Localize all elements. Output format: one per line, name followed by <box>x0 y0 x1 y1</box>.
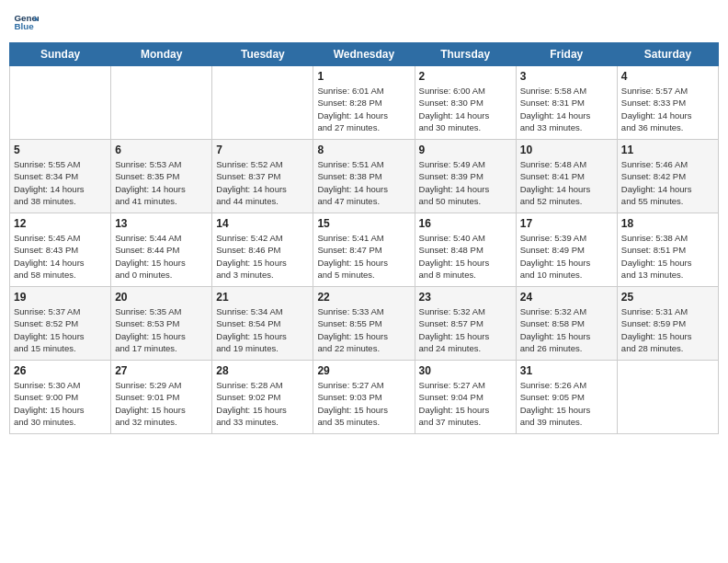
day-cell: 9Sunrise: 5:49 AM Sunset: 8:39 PM Daylig… <box>415 140 516 213</box>
day-cell: 21Sunrise: 5:34 AM Sunset: 8:54 PM Dayli… <box>212 287 313 361</box>
day-number: 24 <box>520 291 613 304</box>
week-row-5: 26Sunrise: 5:30 AM Sunset: 9:00 PM Dayli… <box>10 361 719 434</box>
day-cell: 17Sunrise: 5:39 AM Sunset: 8:49 PM Dayli… <box>516 213 617 287</box>
day-info: Sunrise: 5:46 AM Sunset: 8:42 PM Dayligh… <box>621 158 714 207</box>
day-cell: 25Sunrise: 5:31 AM Sunset: 8:59 PM Dayli… <box>617 287 718 361</box>
day-info: Sunrise: 5:26 AM Sunset: 9:05 PM Dayligh… <box>520 379 613 428</box>
day-info: Sunrise: 5:55 AM Sunset: 8:34 PM Dayligh… <box>14 158 107 207</box>
day-number: 27 <box>115 364 208 377</box>
calendar-header: SundayMondayTuesdayWednesdayThursdayFrid… <box>10 43 719 66</box>
day-number: 17 <box>520 217 613 230</box>
day-number: 7 <box>216 144 309 156</box>
day-cell: 2Sunrise: 6:00 AM Sunset: 8:30 PM Daylig… <box>415 66 516 140</box>
day-number: 14 <box>216 217 309 230</box>
day-info: Sunrise: 5:51 AM Sunset: 8:38 PM Dayligh… <box>317 158 410 207</box>
day-number: 26 <box>14 364 107 377</box>
day-number: 10 <box>520 144 613 156</box>
header-cell-tuesday: Tuesday <box>212 43 313 66</box>
day-cell: 31Sunrise: 5:26 AM Sunset: 9:05 PM Dayli… <box>516 361 617 434</box>
day-number: 15 <box>317 217 410 230</box>
header-cell-saturday: Saturday <box>617 43 718 66</box>
day-number: 5 <box>14 144 107 156</box>
day-info: Sunrise: 5:34 AM Sunset: 8:54 PM Dayligh… <box>216 305 309 354</box>
day-info: Sunrise: 5:32 AM Sunset: 8:58 PM Dayligh… <box>520 305 613 354</box>
day-info: Sunrise: 5:37 AM Sunset: 8:52 PM Dayligh… <box>14 305 107 354</box>
day-cell: 1Sunrise: 6:01 AM Sunset: 8:28 PM Daylig… <box>313 66 415 140</box>
day-info: Sunrise: 5:28 AM Sunset: 9:02 PM Dayligh… <box>216 379 309 428</box>
header-cell-sunday: Sunday <box>10 43 111 66</box>
day-cell: 15Sunrise: 5:41 AM Sunset: 8:47 PM Dayli… <box>313 213 415 287</box>
day-cell: 23Sunrise: 5:32 AM Sunset: 8:57 PM Dayli… <box>415 287 516 361</box>
day-cell: 30Sunrise: 5:27 AM Sunset: 9:04 PM Dayli… <box>415 361 516 434</box>
day-cell: 7Sunrise: 5:52 AM Sunset: 8:37 PM Daylig… <box>212 140 313 213</box>
day-info: Sunrise: 5:40 AM Sunset: 8:48 PM Dayligh… <box>419 232 512 281</box>
day-info: Sunrise: 5:33 AM Sunset: 8:55 PM Dayligh… <box>317 305 410 354</box>
day-cell: 12Sunrise: 5:45 AM Sunset: 8:43 PM Dayli… <box>10 213 111 287</box>
day-info: Sunrise: 5:29 AM Sunset: 9:01 PM Dayligh… <box>115 379 208 428</box>
day-info: Sunrise: 5:49 AM Sunset: 8:39 PM Dayligh… <box>419 158 512 207</box>
day-cell <box>10 66 111 140</box>
day-info: Sunrise: 5:53 AM Sunset: 8:35 PM Dayligh… <box>115 158 208 207</box>
day-info: Sunrise: 5:45 AM Sunset: 8:43 PM Dayligh… <box>14 232 107 281</box>
day-info: Sunrise: 6:01 AM Sunset: 8:28 PM Dayligh… <box>317 85 410 133</box>
day-info: Sunrise: 5:30 AM Sunset: 9:00 PM Dayligh… <box>14 379 107 428</box>
week-row-3: 12Sunrise: 5:45 AM Sunset: 8:43 PM Dayli… <box>10 213 719 287</box>
day-number: 31 <box>520 364 613 377</box>
day-info: Sunrise: 5:35 AM Sunset: 8:53 PM Dayligh… <box>115 305 208 354</box>
day-cell: 5Sunrise: 5:55 AM Sunset: 8:34 PM Daylig… <box>10 140 111 213</box>
day-number: 9 <box>419 144 512 156</box>
day-cell: 24Sunrise: 5:32 AM Sunset: 8:58 PM Dayli… <box>516 287 617 361</box>
day-info: Sunrise: 5:39 AM Sunset: 8:49 PM Dayligh… <box>520 232 613 281</box>
day-number: 25 <box>621 291 714 304</box>
day-number: 4 <box>621 70 714 83</box>
day-cell: 16Sunrise: 5:40 AM Sunset: 8:48 PM Dayli… <box>415 213 516 287</box>
week-row-2: 5Sunrise: 5:55 AM Sunset: 8:34 PM Daylig… <box>10 140 719 213</box>
day-cell: 20Sunrise: 5:35 AM Sunset: 8:53 PM Dayli… <box>111 287 212 361</box>
day-cell <box>617 361 718 434</box>
day-number: 28 <box>216 364 309 377</box>
day-info: Sunrise: 5:27 AM Sunset: 9:04 PM Dayligh… <box>419 379 512 428</box>
day-number: 19 <box>14 291 107 304</box>
day-cell: 10Sunrise: 5:48 AM Sunset: 8:41 PM Dayli… <box>516 140 617 213</box>
day-cell: 29Sunrise: 5:27 AM Sunset: 9:03 PM Dayli… <box>313 361 415 434</box>
header-row: SundayMondayTuesdayWednesdayThursdayFrid… <box>10 43 719 66</box>
day-cell: 4Sunrise: 5:57 AM Sunset: 8:33 PM Daylig… <box>617 66 718 140</box>
header-cell-thursday: Thursday <box>415 43 516 66</box>
day-info: Sunrise: 5:38 AM Sunset: 8:51 PM Dayligh… <box>621 232 714 281</box>
day-info: Sunrise: 5:48 AM Sunset: 8:41 PM Dayligh… <box>520 158 613 207</box>
day-number: 29 <box>317 364 410 377</box>
day-info: Sunrise: 5:32 AM Sunset: 8:57 PM Dayligh… <box>419 305 512 354</box>
day-cell: 27Sunrise: 5:29 AM Sunset: 9:01 PM Dayli… <box>111 361 212 434</box>
day-cell: 3Sunrise: 5:58 AM Sunset: 8:31 PM Daylig… <box>516 66 617 140</box>
week-row-4: 19Sunrise: 5:37 AM Sunset: 8:52 PM Dayli… <box>10 287 719 361</box>
day-number: 23 <box>419 291 512 304</box>
day-cell: 11Sunrise: 5:46 AM Sunset: 8:42 PM Dayli… <box>617 140 718 213</box>
day-cell: 14Sunrise: 5:42 AM Sunset: 8:46 PM Dayli… <box>212 213 313 287</box>
day-info: Sunrise: 5:41 AM Sunset: 8:47 PM Dayligh… <box>317 232 410 281</box>
day-info: Sunrise: 5:52 AM Sunset: 8:37 PM Dayligh… <box>216 158 309 207</box>
header-cell-wednesday: Wednesday <box>313 43 415 66</box>
header-cell-friday: Friday <box>516 43 617 66</box>
day-cell: 6Sunrise: 5:53 AM Sunset: 8:35 PM Daylig… <box>111 140 212 213</box>
day-cell: 19Sunrise: 5:37 AM Sunset: 8:52 PM Dayli… <box>10 287 111 361</box>
logo-icon: General Blue <box>13 9 39 35</box>
day-number: 21 <box>216 291 309 304</box>
day-info: Sunrise: 5:31 AM Sunset: 8:59 PM Dayligh… <box>621 305 714 354</box>
day-cell: 13Sunrise: 5:44 AM Sunset: 8:44 PM Dayli… <box>111 213 212 287</box>
header-cell-monday: Monday <box>111 43 212 66</box>
week-row-1: 1Sunrise: 6:01 AM Sunset: 8:28 PM Daylig… <box>10 66 719 140</box>
page-header: General Blue <box>9 9 719 35</box>
day-info: Sunrise: 5:27 AM Sunset: 9:03 PM Dayligh… <box>317 379 410 428</box>
day-number: 2 <box>419 70 512 83</box>
day-number: 3 <box>520 70 613 83</box>
calendar-table: SundayMondayTuesdayWednesdayThursdayFrid… <box>9 42 719 434</box>
day-number: 11 <box>621 144 714 156</box>
logo: General Blue <box>13 9 40 35</box>
calendar-body: 1Sunrise: 6:01 AM Sunset: 8:28 PM Daylig… <box>10 66 719 434</box>
day-number: 18 <box>621 217 714 230</box>
day-cell: 22Sunrise: 5:33 AM Sunset: 8:55 PM Dayli… <box>313 287 415 361</box>
day-info: Sunrise: 5:42 AM Sunset: 8:46 PM Dayligh… <box>216 232 309 281</box>
day-cell: 28Sunrise: 5:28 AM Sunset: 9:02 PM Dayli… <box>212 361 313 434</box>
day-info: Sunrise: 5:44 AM Sunset: 8:44 PM Dayligh… <box>115 232 208 281</box>
day-cell: 26Sunrise: 5:30 AM Sunset: 9:00 PM Dayli… <box>10 361 111 434</box>
